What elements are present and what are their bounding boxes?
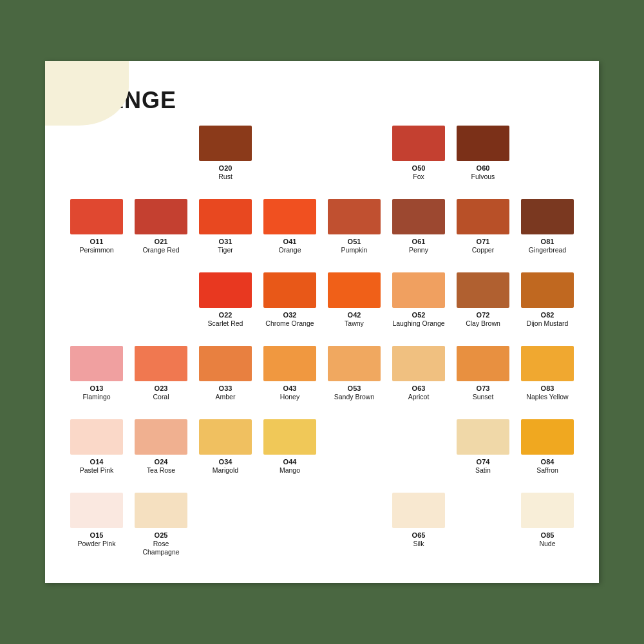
color-cell: O11Persimmon (64, 199, 129, 270)
color-code: O81 (541, 237, 554, 246)
color-name: Nude (539, 540, 555, 548)
color-cell: O41Orange (258, 199, 322, 270)
color-name: Orange Red (142, 246, 179, 254)
color-name: Pastel Pink (80, 466, 114, 475)
color-swatch (521, 346, 574, 381)
color-code: O25 (155, 531, 168, 540)
color-swatch (457, 419, 509, 455)
color-cell: O14Pastel Pink (64, 419, 129, 490)
color-name: Marigold (213, 466, 238, 475)
color-swatch (263, 419, 316, 455)
color-code: O20 (219, 164, 232, 173)
color-cell: O50Fox (386, 126, 451, 196)
color-cell: O63Apricot (386, 346, 451, 417)
color-code: O65 (412, 531, 426, 540)
color-code: O60 (477, 164, 490, 173)
color-name: Amber (216, 393, 236, 401)
color-cell: O65Silk (386, 493, 451, 564)
color-cell: O71Copper (451, 199, 515, 270)
color-code: O42 (348, 310, 361, 319)
color-code: O31 (219, 237, 232, 246)
color-code: O74 (477, 457, 490, 466)
color-swatch (135, 346, 187, 381)
color-name: Gingerbread (529, 246, 566, 254)
color-cell: O25Rose Champagne (129, 493, 193, 564)
color-swatch (328, 346, 381, 381)
color-name: Powder Pink (78, 540, 116, 548)
color-cell: O83Naples Yellow (515, 346, 580, 417)
color-swatch (199, 272, 252, 308)
color-code: O72 (477, 310, 490, 319)
color-cell: O13Flamingo (64, 346, 129, 417)
color-name: Rose Champagne (135, 540, 187, 556)
color-cell: O21Orange Red (129, 199, 193, 270)
color-code: O32 (283, 310, 297, 319)
color-code: O23 (155, 384, 168, 393)
color-swatch (135, 199, 187, 234)
color-name: Naples Yellow (526, 393, 568, 401)
color-code: O41 (283, 237, 297, 246)
color-code: O13 (90, 384, 104, 393)
color-code: O24 (155, 457, 168, 466)
color-cell: O51Pumpkin (322, 199, 386, 270)
color-swatch (70, 199, 123, 234)
color-cell: O24Tea Rose (129, 419, 193, 490)
color-cell: O34Marigold (193, 419, 258, 490)
color-code: O83 (541, 384, 554, 393)
color-code: O33 (219, 384, 232, 393)
color-cell: O61Penny (386, 199, 451, 270)
color-name: Flamingo (82, 393, 110, 401)
color-code: O44 (283, 457, 297, 466)
color-name: Coral (153, 393, 169, 401)
color-name: Persimmon (79, 246, 113, 254)
color-swatch (328, 272, 381, 308)
color-name: Fox (413, 173, 424, 181)
color-cell: O43Honey (258, 346, 322, 417)
color-cell: O73Sunset (451, 346, 515, 417)
color-cell: O31Tiger (193, 199, 258, 270)
color-swatch (135, 419, 187, 455)
color-code: O85 (541, 531, 554, 540)
color-name: Copper (472, 246, 494, 254)
color-swatch (263, 199, 316, 234)
colors-grid: O20RustO50FoxO60FulvousO11PersimmonO21Or… (64, 126, 580, 564)
color-swatch (392, 272, 445, 308)
color-cell: O84Saffron (515, 419, 580, 490)
color-name: Honey (280, 393, 299, 401)
color-name: Apricot (408, 393, 430, 401)
color-code: O53 (348, 384, 361, 393)
color-cell: O22Scarlet Red (193, 272, 258, 343)
color-name: Orange (278, 246, 301, 254)
color-code: O73 (477, 384, 490, 393)
color-cell: O81Gingerbread (515, 199, 580, 270)
color-code: O43 (283, 384, 297, 393)
color-code: O51 (348, 237, 361, 246)
color-name: Sandy Brown (334, 393, 374, 401)
color-swatch (521, 419, 574, 455)
color-swatch (521, 272, 574, 308)
color-swatch (457, 272, 509, 308)
color-cell: O74Satin (451, 419, 515, 490)
top-decoration (45, 61, 129, 126)
color-cell: O15Powder Pink (64, 493, 129, 564)
color-name: Satin (475, 466, 491, 475)
color-name: Rust (218, 173, 232, 181)
color-swatch (521, 493, 574, 528)
color-card: ORANGE O20RustO50FoxO60FulvousO11Persimm… (45, 61, 599, 583)
color-swatch (199, 199, 252, 234)
color-swatch (199, 126, 252, 161)
color-name: Dijon Mustard (527, 319, 569, 328)
color-swatch (457, 199, 509, 234)
color-swatch (135, 493, 187, 528)
color-cell: O20Rust (193, 126, 258, 196)
color-cell: O60Fulvous (451, 126, 515, 196)
color-swatch (392, 199, 445, 234)
color-code: O22 (219, 310, 232, 319)
color-name: Saffron (536, 466, 558, 475)
color-code: O34 (219, 457, 232, 466)
color-swatch (392, 346, 445, 381)
color-swatch (199, 346, 252, 381)
color-swatch (392, 126, 445, 161)
color-code: O11 (90, 237, 104, 246)
color-swatch (457, 346, 509, 381)
